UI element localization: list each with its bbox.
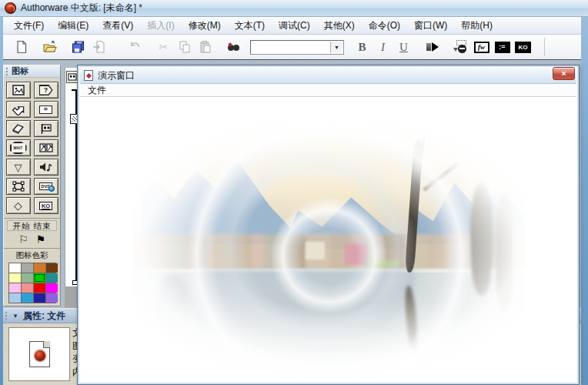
color-swatch[interactable] <box>46 293 58 303</box>
color-swatch[interactable] <box>22 263 33 273</box>
combobox-dropdown-icon[interactable]: ▼ <box>330 42 342 53</box>
undo-icon <box>129 40 142 54</box>
functions-icon: fw <box>474 42 489 53</box>
knowledge-object-icon-tool[interactable]: KO <box>34 197 58 214</box>
open-file-button[interactable] <box>39 37 60 57</box>
text-style-combobox[interactable]: ▼ <box>250 40 344 55</box>
color-swatch[interactable] <box>9 293 21 303</box>
color-swatch[interactable] <box>34 293 45 303</box>
icon-palette-title: 图标 <box>12 65 28 77</box>
dvd-globe-icon <box>48 186 55 192</box>
functions-button[interactable]: fw <box>471 37 492 57</box>
presentation-title-bar[interactable]: 演示窗口 <box>80 68 576 84</box>
menu-window[interactable]: 窗口(W) <box>407 17 454 34</box>
color-swatch[interactable] <box>46 263 58 273</box>
color-swatch[interactable] <box>34 283 45 293</box>
end-flag-label: 结束 <box>33 221 51 230</box>
toolbar: ✂ <box>3 35 581 60</box>
flag-row: ⚐ ⚑ <box>4 231 60 247</box>
menu-bar: 文件(F) 编辑(E) 查看(V) 插入(I) 修改(M) 文本(T) 调试(C… <box>3 17 581 35</box>
color-swatch[interactable] <box>22 283 33 293</box>
color-swatch[interactable] <box>9 263 21 273</box>
calculation-icon-tool[interactable]: = <box>34 101 58 118</box>
presentation-window: 演示窗口 × 文件 <box>77 65 580 385</box>
presentation-window-title: 演示窗口 <box>98 69 135 82</box>
icon-colors-title: 图标色彩 <box>4 249 60 263</box>
decision-icon: ◇ <box>14 200 22 211</box>
icon-tool-grid: ? = <box>4 78 60 216</box>
menu-other[interactable]: 其他(X) <box>317 17 362 34</box>
interaction-icon: ? <box>39 85 53 95</box>
sound-icon-tool[interactable] <box>34 159 58 176</box>
map-group-icon-tool[interactable] <box>6 178 31 195</box>
new-file-button[interactable] <box>11 37 32 57</box>
color-swatch[interactable] <box>22 293 33 303</box>
knowledge-object-icon: KO <box>39 202 52 210</box>
presentation-menu-bar: 文件 <box>80 84 576 97</box>
wait-icon: WAIT <box>10 142 27 154</box>
presentation-close-button[interactable]: × <box>553 67 575 80</box>
find-button[interactable] <box>223 37 244 57</box>
menu-help[interactable]: 帮助(H) <box>454 17 499 34</box>
paste-button <box>195 37 215 57</box>
save-all-button[interactable] <box>68 37 89 57</box>
presentation-content <box>80 97 576 382</box>
icon-palette-header[interactable]: 图标 <box>4 65 60 78</box>
wait-icon-tool[interactable]: WAIT <box>6 139 31 156</box>
window-title: Authorware 中文版: [未命名] * <box>21 2 142 15</box>
undo-button <box>125 37 145 57</box>
file-preview-box <box>8 327 70 381</box>
distorted-landscape-image <box>133 121 525 378</box>
italic-button[interactable]: I <box>373 41 393 54</box>
new-file-icon <box>15 40 28 54</box>
vignette-layer <box>133 121 525 378</box>
display-icon <box>12 85 25 95</box>
collapse-caret-icon[interactable]: ▼ <box>12 313 18 320</box>
motion-icon-tool[interactable] <box>6 101 31 118</box>
color-swatch[interactable] <box>9 273 21 283</box>
menu-commands[interactable]: 命令(O) <box>362 17 407 34</box>
digital-movie-icon-tool[interactable] <box>34 139 58 156</box>
flags-section: 开始 结束 ⚐ ⚑ <box>4 218 60 247</box>
flag-labels: 开始 结束 <box>7 220 57 231</box>
menu-modify[interactable]: 修改(M) <box>182 17 228 34</box>
erase-icon-tool[interactable] <box>6 120 31 137</box>
display-icon-tool[interactable] <box>6 82 31 99</box>
erase-icon <box>12 123 25 134</box>
map-group-icon <box>12 181 25 192</box>
digital-movie-icon <box>39 142 53 153</box>
motion-arrow-icon <box>12 104 25 116</box>
menu-text[interactable]: 文本(T) <box>228 17 272 34</box>
title-bar: Authorware 中文版: [未命名] * <box>0 0 588 17</box>
presentation-menu-file[interactable]: 文件 <box>80 84 114 97</box>
navigate-icon-tool[interactable]: ▽ <box>6 159 31 176</box>
decision-icon-tool[interactable]: ◇ <box>6 197 31 214</box>
copy-button <box>174 37 195 57</box>
menu-debug[interactable]: 调试(C) <box>272 17 317 34</box>
import-button <box>89 37 109 57</box>
knowledge-objects-button[interactable]: KO <box>513 37 533 57</box>
import-icon <box>92 40 106 54</box>
menu-edit[interactable]: 编辑(E) <box>51 17 95 34</box>
icon-palette: 图标 ? <box>3 65 61 306</box>
variables-icon: := <box>495 42 510 53</box>
color-swatch[interactable] <box>46 273 58 283</box>
framework-icon-tool[interactable] <box>34 120 58 137</box>
color-swatch[interactable] <box>46 283 58 293</box>
control-panel-icon <box>453 40 468 54</box>
dvd-icon-tool[interactable]: DVD <box>34 178 58 195</box>
menu-view[interactable]: 查看(V) <box>95 17 140 34</box>
interaction-icon-tool[interactable]: ? <box>34 82 58 99</box>
color-swatch[interactable] <box>9 283 21 293</box>
end-flag-icon[interactable]: ⚑ <box>36 233 46 246</box>
color-swatch[interactable] <box>22 273 33 283</box>
underline-button[interactable]: U <box>393 41 414 54</box>
color-swatch[interactable] <box>34 273 45 283</box>
control-panel-button[interactable] <box>450 37 471 57</box>
bold-button[interactable]: B <box>352 41 373 54</box>
start-flag-icon[interactable]: ⚐ <box>18 233 28 246</box>
menu-file[interactable]: 文件(F) <box>7 17 51 34</box>
color-swatch[interactable] <box>34 263 45 273</box>
variables-button[interactable]: := <box>492 37 513 57</box>
restart-button[interactable] <box>422 37 443 57</box>
